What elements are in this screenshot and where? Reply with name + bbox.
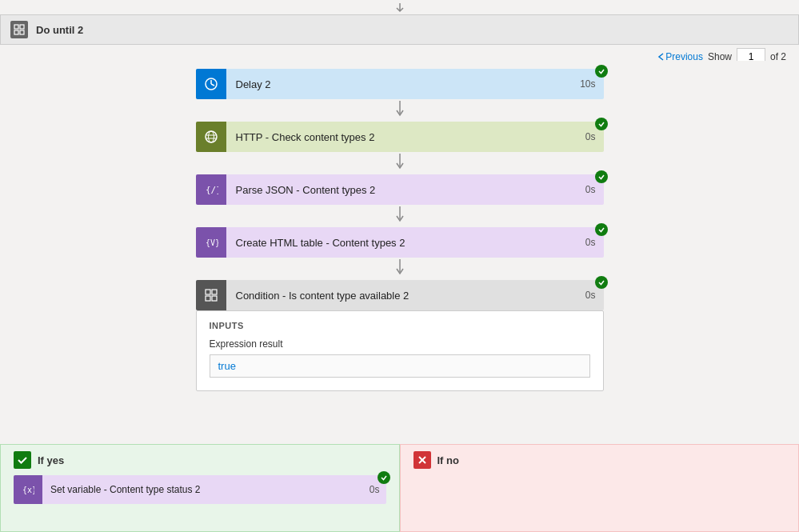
condition-inputs-block: INPUTS Expression result true xyxy=(196,310,604,391)
http-success-badge xyxy=(595,118,608,130)
set-var-success-badge xyxy=(378,471,390,484)
parsejson-success-badge xyxy=(595,170,608,183)
set-var-icon-box: {x} xyxy=(14,475,42,504)
createhtml-label: Create HTML table - Content types 2 xyxy=(226,237,575,249)
svg-text:{V}: {V} xyxy=(206,238,218,247)
createhtml-icon-box: {V} xyxy=(196,227,226,258)
svg-line-6 xyxy=(211,84,214,86)
delay-duration: 10s xyxy=(572,78,603,90)
parsejson-duration: 0s xyxy=(575,184,604,195)
set-variable-step[interactable]: {x} Set variable - Content type status 2… xyxy=(14,475,386,504)
svg-rect-0 xyxy=(14,25,18,29)
do-until-title: Do until 2 xyxy=(36,24,83,36)
http-icon-box xyxy=(196,122,226,152)
scroll-area: Delay 2 10s HTTP - Check content types 2… xyxy=(0,61,799,444)
svg-rect-2 xyxy=(14,30,18,34)
svg-point-9 xyxy=(208,131,214,142)
if-no-panel: If no xyxy=(400,444,800,532)
svg-rect-17 xyxy=(206,290,210,294)
condition-label: Condition - Is content type available 2 xyxy=(226,290,575,302)
branch-split-row: If yes {x} Set variable - Content type s… xyxy=(0,444,799,532)
step-delay[interactable]: Delay 2 10s xyxy=(196,69,604,99)
svg-rect-1 xyxy=(20,25,24,29)
if-yes-panel: If yes {x} Set variable - Content type s… xyxy=(0,444,400,532)
svg-text:{x}: {x} xyxy=(22,486,34,494)
expression-value: true xyxy=(210,354,590,378)
inputs-section-label: INPUTS xyxy=(210,321,590,330)
arrow-3 xyxy=(394,205,405,227)
svg-rect-19 xyxy=(206,296,210,301)
svg-text:{/}: {/} xyxy=(206,185,218,195)
svg-point-8 xyxy=(206,131,217,142)
createhtml-success-badge xyxy=(595,223,608,236)
do-until-header: Do until 2 xyxy=(0,14,799,45)
step-createhtml[interactable]: {V} Create HTML table - Content types 2 … xyxy=(196,227,604,258)
parsejson-label: Parse JSON - Content types 2 xyxy=(226,184,575,196)
step-parsejson[interactable]: {/} Parse JSON - Content types 2 0s xyxy=(196,174,604,205)
if-yes-title: If yes xyxy=(38,454,64,466)
svg-rect-3 xyxy=(20,30,24,34)
if-no-title: If no xyxy=(437,454,459,466)
page-wrapper: Do until 2 Previous Show of 2 Delay 2 10… xyxy=(0,0,799,532)
svg-rect-18 xyxy=(212,290,217,294)
http-label: HTTP - Check content types 2 xyxy=(226,131,575,143)
arrow-2 xyxy=(394,152,405,174)
step-http[interactable]: HTTP - Check content types 2 0s xyxy=(196,122,604,152)
if-no-header: If no xyxy=(413,451,786,469)
if-yes-icon xyxy=(14,451,31,469)
http-duration: 0s xyxy=(575,131,604,142)
if-no-icon xyxy=(413,451,431,469)
do-until-icon xyxy=(10,21,28,38)
condition-icon-box xyxy=(196,280,226,310)
condition-success-badge xyxy=(595,276,608,289)
condition-duration: 0s xyxy=(575,290,604,301)
top-connector-arrow xyxy=(0,0,799,14)
arrow-1 xyxy=(394,99,405,122)
step-condition[interactable]: Condition - Is content type available 2 … xyxy=(196,280,604,310)
if-yes-header: If yes xyxy=(14,451,386,469)
parsejson-icon-box: {/} xyxy=(196,174,226,205)
arrow-4 xyxy=(394,258,405,280)
createhtml-duration: 0s xyxy=(575,237,604,248)
set-var-duration: 0s xyxy=(363,484,386,495)
delay-success-badge xyxy=(595,65,608,78)
delay-label: Delay 2 xyxy=(226,78,573,90)
set-var-label: Set variable - Content type status 2 xyxy=(42,484,363,495)
expression-result-label: Expression result xyxy=(210,338,590,350)
delay-icon-box xyxy=(196,69,226,99)
svg-rect-20 xyxy=(212,296,217,301)
